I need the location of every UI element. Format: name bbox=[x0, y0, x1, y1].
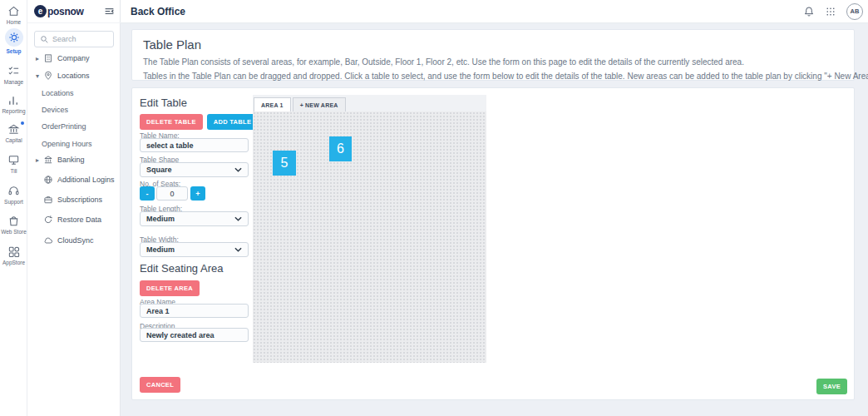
delete-area-button[interactable]: DELETE AREA bbox=[140, 280, 200, 296]
sidebar-item-additional-logins[interactable]: Additional Logins bbox=[27, 173, 121, 186]
app-grid-icon bbox=[7, 245, 20, 258]
page-description-2: Tables in the Table Plan can be dragged … bbox=[143, 72, 843, 81]
briefcase-icon bbox=[42, 195, 54, 205]
save-button[interactable]: SAVE bbox=[816, 379, 847, 394]
cancel-button[interactable]: CANCEL bbox=[140, 377, 180, 393]
table-name-select[interactable]: select a table bbox=[140, 138, 249, 152]
chevron-right-icon: ▸ bbox=[32, 55, 42, 62]
table-length-select[interactable]: Medium bbox=[140, 211, 249, 226]
add-table-button[interactable]: ADD TABLE bbox=[207, 114, 258, 130]
sidebar-item-subscriptions[interactable]: Subscriptions bbox=[27, 193, 121, 206]
notifications-bell-icon[interactable] bbox=[803, 6, 815, 17]
rail-item-label: Reporting bbox=[2, 108, 25, 114]
rail-item-label: Home bbox=[7, 19, 21, 25]
rail-item-label: AppStore bbox=[2, 260, 25, 265]
manage-icon bbox=[7, 65, 20, 77]
seats-decrease-button[interactable]: - bbox=[140, 186, 155, 201]
setup-sidebar: e posnow ▸ Company ▾ Locations Locations… bbox=[27, 0, 121, 416]
sidebar-item-company[interactable]: ▸ Company bbox=[27, 52, 121, 65]
location-pin-icon bbox=[42, 71, 54, 81]
table-5[interactable]: 5 bbox=[273, 151, 296, 176]
area-tabs: AREA 1 + NEW AREA bbox=[253, 95, 486, 111]
table-shape-select[interactable]: Square bbox=[140, 162, 249, 177]
sidebar-item-locations[interactable]: ▾ Locations bbox=[27, 69, 121, 82]
seats-increase-button[interactable]: + bbox=[190, 186, 205, 201]
chevron-down-icon bbox=[234, 247, 242, 252]
area-description-input[interactable] bbox=[140, 328, 249, 342]
table-width-select[interactable]: Medium bbox=[140, 242, 249, 257]
rail-item-appstore[interactable]: AppStore bbox=[0, 245, 27, 265]
restore-icon bbox=[42, 215, 54, 225]
sidebar-search[interactable] bbox=[34, 31, 114, 47]
eposnow-logo-icon: e bbox=[34, 5, 47, 17]
sidebar-item-banking[interactable]: ▸ Banking bbox=[27, 153, 121, 166]
rail-item-manage[interactable]: Manage bbox=[0, 65, 27, 85]
main-content: Table Plan The Table Plan consists of se… bbox=[121, 23, 868, 416]
home-icon bbox=[7, 5, 20, 17]
table-plan-editor-card: Edit Table DELETE TABLE ADD TABLE Table … bbox=[131, 87, 855, 400]
support-headset-icon bbox=[7, 185, 20, 197]
table-plan-canvas: 5 6 bbox=[253, 111, 486, 363]
edit-seating-area-heading: Edit Seating Area bbox=[140, 262, 223, 275]
notification-dot bbox=[21, 121, 24, 125]
delete-table-button[interactable]: DELETE TABLE bbox=[140, 114, 203, 130]
logo-text: posnow bbox=[47, 6, 84, 17]
avatar[interactable]: AB bbox=[846, 3, 863, 20]
page-header-title: Back Office bbox=[131, 6, 185, 17]
chevron-down-icon: ▾ bbox=[32, 72, 42, 80]
edit-table-heading: Edit Table bbox=[140, 97, 187, 109]
tab-new-area[interactable]: + NEW AREA bbox=[293, 97, 346, 111]
tab-area-1[interactable]: AREA 1 bbox=[254, 97, 291, 111]
rail-item-label: Setup bbox=[6, 48, 21, 54]
rail-item-home[interactable]: Home bbox=[0, 5, 27, 25]
reporting-icon bbox=[7, 94, 20, 106]
search-input[interactable] bbox=[52, 35, 102, 43]
rail-item-reporting[interactable]: Reporting bbox=[0, 94, 27, 114]
table-6[interactable]: 6 bbox=[329, 136, 352, 161]
page-description-1: The Table Plan consists of several areas… bbox=[143, 57, 843, 67]
table-plan-panel: AREA 1 + NEW AREA 5 6 bbox=[253, 95, 486, 363]
rail-item-label: Till bbox=[10, 168, 17, 174]
sidebar-item-locations-child[interactable]: Locations bbox=[27, 87, 121, 100]
till-icon bbox=[7, 154, 20, 166]
apps-grid-icon[interactable] bbox=[826, 7, 836, 17]
sidebar-item-restore-data[interactable]: Restore Data bbox=[27, 213, 121, 226]
rail-item-till[interactable]: Till bbox=[0, 154, 27, 174]
search-icon bbox=[40, 35, 49, 44]
rail-item-web-store[interactable]: Web Store bbox=[0, 215, 27, 235]
rail-item-capital[interactable]: Capital bbox=[0, 123, 27, 143]
rail-item-support[interactable]: Support bbox=[0, 185, 27, 205]
rail-item-label: Capital bbox=[5, 137, 22, 143]
topbar: Back Office AB bbox=[121, 0, 868, 23]
rail-item-label: Support bbox=[4, 199, 23, 205]
icon-rail: Home Setup Manage Reporting Capital Till bbox=[0, 0, 27, 416]
area-name-input[interactable] bbox=[140, 304, 249, 318]
company-icon bbox=[42, 53, 54, 63]
rail-item-label: Manage bbox=[4, 79, 24, 85]
page-title: Table Plan bbox=[143, 37, 843, 52]
setup-icon bbox=[5, 28, 23, 47]
bank-icon bbox=[42, 155, 54, 165]
chevron-right-icon: ▸ bbox=[32, 156, 42, 164]
sidebar-item-devices[interactable]: Devices bbox=[27, 103, 121, 116]
table-plan-header-card: Table Plan The Table Plan consists of se… bbox=[131, 29, 855, 81]
chevron-down-icon bbox=[234, 216, 242, 221]
globe-icon bbox=[42, 175, 54, 185]
rail-item-setup[interactable]: Setup bbox=[0, 28, 27, 54]
sidebar-collapse-icon[interactable] bbox=[104, 6, 115, 17]
sidebar-item-cloudsync[interactable]: CloudSync bbox=[27, 234, 121, 247]
shopping-bag-icon bbox=[7, 215, 20, 227]
sidebar-item-orderprinting[interactable]: OrderPrinting bbox=[27, 120, 121, 133]
rail-item-label: Web Store bbox=[1, 229, 27, 235]
cloud-icon bbox=[42, 235, 54, 245]
logo[interactable]: e posnow bbox=[27, 0, 121, 23]
seats-input[interactable] bbox=[156, 186, 188, 201]
chevron-down-icon bbox=[234, 167, 242, 172]
capital-icon bbox=[7, 123, 20, 136]
sidebar-item-opening-hours[interactable]: Opening Hours bbox=[27, 137, 121, 151]
